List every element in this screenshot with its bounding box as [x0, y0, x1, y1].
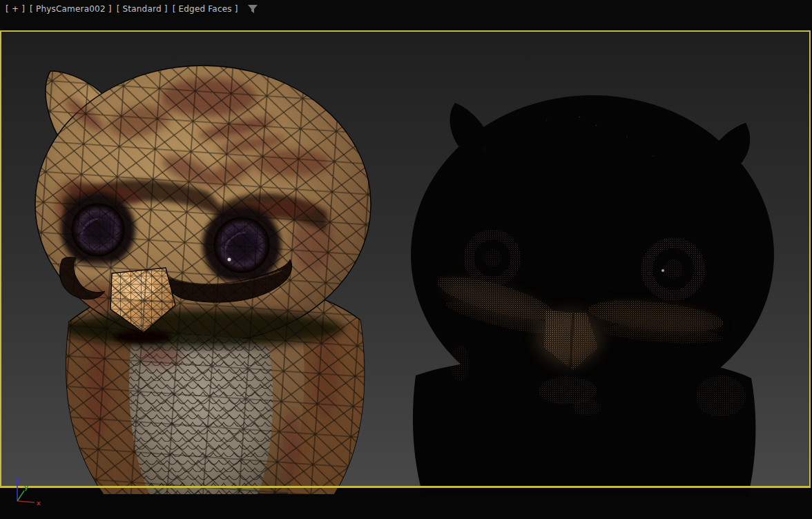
world-axis-gizmo: z y x — [6, 478, 54, 516]
viewport-general-menu[interactable]: [ + ] — [6, 4, 25, 14]
viewport-shading-menu[interactable]: [ Standard ] — [117, 4, 168, 14]
owl-model-textured[interactable] — [29, 59, 388, 494]
viewport-border-left — [0, 30, 1, 488]
viewport-header: [ + ] [ PhysCamera002 ] [ Standard ] [ E… — [0, 0, 812, 30]
viewport-shading-style-menu[interactable]: [ Edged Faces ] — [173, 4, 238, 14]
axis-y-label: y — [24, 483, 29, 491]
axis-x-label: x — [37, 499, 41, 507]
viewport-pov-menu[interactable]: [ PhysCamera002 ] — [30, 4, 112, 14]
viewport-border-bottom — [0, 486, 811, 488]
owl-edged-faces-wireframe — [29, 59, 388, 494]
owl-model-dense-mesh[interactable] — [411, 95, 774, 494]
viewport-scene[interactable] — [1, 32, 809, 494]
viewport-border-right — [809, 30, 811, 488]
funnel-filter-icon[interactable] — [247, 4, 258, 14]
axis-x-line — [17, 501, 35, 502]
dense-owl-eye-glint — [661, 269, 664, 272]
3d-app-viewport-screenshot: [ + ] [ PhysCamera002 ] [ Standard ] [ E… — [0, 0, 812, 519]
axis-z-label: z — [16, 478, 20, 484]
axis-y-line — [17, 491, 24, 501]
viewport-label: [ + ] [ PhysCamera002 ] [ Standard ] [ E… — [6, 4, 258, 14]
viewport-border-top — [0, 30, 811, 32]
